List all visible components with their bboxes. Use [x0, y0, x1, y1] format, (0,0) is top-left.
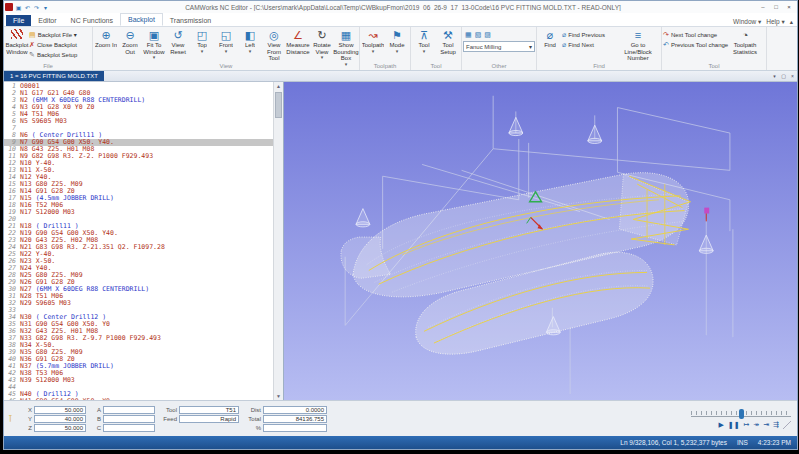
skip-to-end-icon[interactable]: ⇶	[773, 421, 779, 429]
fit-to-window-button[interactable]: ▣Fit To Window▾	[142, 29, 166, 59]
show-bounding-box-button[interactable]: ▦Show Bounding Box▾	[334, 29, 358, 66]
button-label: Next Tool change	[671, 32, 717, 38]
machine-type-select[interactable]: Fanuc Milling▾	[463, 41, 535, 52]
z-position-field[interactable]: 50.000	[34, 424, 86, 432]
scroll-down-icon[interactable]: ▼	[274, 392, 283, 400]
window-title: CAMWorks NC Editor - [C:\Users\mark\AppD…	[49, 4, 757, 11]
front-button[interactable]: ◱Front▾	[214, 29, 238, 53]
gcode-editor[interactable]: 1O00012N1 G17 G21 G40 G803N2 (6MM X 60DE…	[4, 82, 284, 400]
percent-field[interactable]	[263, 424, 327, 432]
tab-backplot[interactable]: Backplot	[120, 13, 163, 26]
code-line[interactable]: 19N17 S12000 M03	[4, 209, 274, 216]
button-label: Backplot Window	[5, 42, 29, 55]
go-to-line-block-number-button[interactable]: ≡Go to Line/Block Number	[616, 29, 660, 62]
maximize-button[interactable]: □	[770, 3, 782, 12]
undo-icon[interactable]: ↶	[24, 4, 31, 11]
backplot-minimize-icon[interactable]: ▾	[770, 71, 779, 81]
window-menu[interactable]: Window ▾	[733, 18, 761, 26]
find-next-button[interactable]: ⌀Find Next	[562, 40, 616, 49]
dist-field[interactable]: 0.0000	[263, 406, 327, 414]
left-button[interactable]: ◧Left▾	[238, 29, 262, 53]
ribbon-group-label: Tool	[411, 63, 461, 69]
toolpath-statistics-button[interactable]: ◔Toolpath Statistics	[725, 29, 765, 55]
x-label: X	[23, 407, 32, 413]
rotate-view-button[interactable]: ↻Rotate View▾	[310, 29, 334, 59]
wireframe-mode-icon[interactable]: ▧	[475, 28, 482, 41]
measure-distance-button[interactable]: ∠Measure Distance	[286, 29, 310, 55]
speed-slider-thumb[interactable]	[739, 409, 744, 419]
play-icon[interactable]: ▶	[718, 421, 723, 429]
c-position-field[interactable]	[103, 424, 155, 432]
backplot-restore-icon[interactable]: ▢	[779, 71, 788, 81]
mode-button[interactable]: ⚑Mode▾	[385, 29, 409, 53]
document-tab[interactable]: 1 = 16 PVC FITTING MOLD.TXT	[4, 71, 104, 81]
b-position-field[interactable]	[103, 415, 155, 423]
solid-mode-icon[interactable]: ▦	[465, 28, 472, 41]
step-forward-icon[interactable]: ↦	[744, 421, 750, 429]
total-field[interactable]: 84136.755	[263, 415, 327, 423]
tool-button[interactable]: ⊼Tool▾	[412, 29, 436, 53]
pause-icon[interactable]: ❚❚	[728, 421, 740, 429]
redo-icon[interactable]: ↷	[33, 4, 40, 11]
dropdown-arrow-icon: ▾	[225, 49, 228, 53]
other-group-content: ▦▧▨Fanuc Milling▾	[463, 29, 535, 52]
goto-line-icon: ≡	[635, 29, 641, 42]
feed-field[interactable]: Rapid	[179, 415, 239, 423]
view-reset-icon: ↺	[173, 29, 182, 42]
tab-editor[interactable]: Editor	[31, 15, 63, 26]
tab-transmission[interactable]: Transmission	[163, 15, 218, 26]
backplot-canvas[interactable]	[284, 82, 797, 400]
backplot-close-icon[interactable]: ×	[788, 71, 797, 81]
collapse-ribbon-icon[interactable]: ▴	[790, 18, 793, 26]
a-position-field[interactable]	[103, 406, 155, 414]
button-label: Tool Setup	[436, 42, 460, 55]
previous-tool-change-button[interactable]: ↶Previous Tool change	[663, 40, 725, 49]
tool-icon: ⊼	[420, 29, 428, 42]
close-backplot-button[interactable]: ✗Close Backplot	[29, 40, 91, 49]
find-button[interactable]: ⌀Find	[538, 29, 562, 49]
toolpath-button[interactable]: ↝Toolpath▾	[361, 29, 385, 53]
backplot-window-button[interactable]: Backplot Window	[5, 29, 29, 55]
top-button[interactable]: ◰Top▾	[190, 29, 214, 53]
zoom-out-button[interactable]: ⊖Zoom Out	[118, 29, 142, 55]
percent-label: %	[245, 425, 261, 431]
find-previous-button[interactable]: ⌀Find Previous	[562, 30, 616, 39]
code-line[interactable]: 46N41 G90 G54 G00 X50. Y0	[4, 398, 274, 400]
tab-file[interactable]: File	[6, 15, 31, 26]
y-position-field[interactable]: 40.000	[34, 415, 86, 423]
playback-controls: ▶ ❚❚ ↦ ↠ ⇥ ⇶	[718, 421, 791, 429]
view-reset-button[interactable]: ↺View Reset	[166, 29, 190, 55]
tab-nc-functions[interactable]: NC Functions	[64, 15, 120, 26]
backplot-viewport[interactable]	[284, 82, 797, 400]
ribbon-group-tool: ↷Next Tool change↶Previous Tool change◔T…	[662, 27, 767, 70]
scroll-up-icon[interactable]: ▲	[274, 82, 283, 90]
ribbon-group-label: View	[93, 63, 359, 69]
backplot-setup-button[interactable]: ✎Backplot Setup	[29, 50, 91, 59]
editor-scrollbar[interactable]: ▲ ▼	[273, 82, 283, 400]
simulation-speed-slider[interactable]	[691, 409, 791, 419]
fast-forward-icon[interactable]: ↠	[753, 421, 759, 429]
ribbon-button-stack: ↷Next Tool change↶Previous Tool change	[663, 29, 725, 49]
ribbon-group-find: ⌀Find⌀Find Previous⌀Find Next≡Go to Line…	[537, 27, 662, 70]
code-text: N17 S12000 M03	[20, 209, 75, 216]
save-icon[interactable]: ▣	[15, 4, 22, 11]
view-from-tool-button[interactable]: ◎View From Tool	[262, 29, 286, 62]
x-position-field[interactable]: 50.000	[34, 406, 86, 414]
points-mode-icon[interactable]: ▨	[484, 28, 491, 41]
skip-to-tool-icon[interactable]: ⇥	[763, 421, 769, 429]
close-button[interactable]: ×	[783, 3, 795, 12]
help-menu[interactable]: Help ▾	[766, 18, 784, 26]
tool-setup-button[interactable]: ⚒Tool Setup	[436, 29, 460, 55]
code-line[interactable]: 43N39 S12000 M03	[4, 377, 274, 384]
button-label: Zoom In	[95, 42, 117, 49]
code-line[interactable]: 6N5 S9605 M03	[4, 118, 274, 125]
scrollbar-thumb[interactable]	[275, 92, 282, 118]
resize-grip[interactable]	[783, 421, 791, 429]
code-line[interactable]: 32N29 S9605 M03	[4, 300, 274, 307]
zoom-in-button[interactable]: ⊕Zoom In	[94, 29, 118, 49]
minimize-button[interactable]: –	[757, 3, 769, 12]
backplot-file-button[interactable]: ▤Backplot File ▾	[29, 30, 91, 39]
tool-field[interactable]: T51	[179, 406, 239, 414]
next-tool-change-button[interactable]: ↷Next Tool change	[663, 30, 725, 39]
qat-dropdown-icon[interactable]: ▾	[42, 4, 49, 11]
